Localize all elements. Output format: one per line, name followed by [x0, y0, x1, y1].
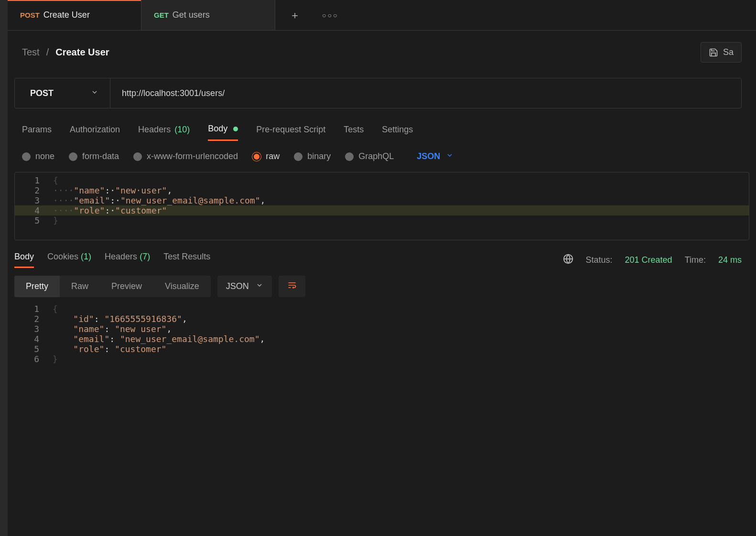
tab-label: Create User: [43, 10, 90, 20]
body-type-none[interactable]: none: [22, 151, 54, 161]
more-tabs-icon[interactable]: ○○○: [322, 11, 338, 19]
response-tab-cookies[interactable]: Cookies (1): [47, 252, 91, 268]
tab-prerequest[interactable]: Pre-request Script: [256, 124, 325, 141]
view-mode-preview[interactable]: Preview: [100, 276, 153, 297]
response-tab-headers[interactable]: Headers (7): [105, 252, 150, 268]
view-mode-raw[interactable]: Raw: [60, 276, 100, 297]
view-mode-visualize[interactable]: Visualize: [153, 276, 211, 297]
tab-label: Get users: [173, 10, 210, 20]
save-icon: [709, 48, 718, 57]
breadcrumb-request: Create User: [55, 47, 109, 58]
request-tab-create-user[interactable]: POST Create User: [8, 0, 141, 30]
body-type-raw[interactable]: raw: [252, 151, 280, 161]
response-tab-body[interactable]: Body: [14, 252, 34, 268]
save-label: Sa: [723, 47, 734, 57]
body-type-urlencoded[interactable]: x-www-form-urlencoded: [133, 151, 238, 161]
breadcrumb-collection[interactable]: Test: [22, 47, 40, 58]
tab-tests[interactable]: Tests: [344, 124, 364, 141]
cookies-count: (1): [81, 252, 91, 261]
word-wrap-button[interactable]: [279, 276, 305, 297]
left-rail: [0, 0, 8, 536]
url-input[interactable]: [110, 78, 741, 108]
globe-icon[interactable]: [563, 254, 573, 267]
headers-count: (10): [174, 125, 190, 135]
chevron-down-icon: [446, 151, 454, 161]
chevron-down-icon: [91, 88, 98, 98]
method-select[interactable]: POST: [15, 78, 110, 108]
tab-headers[interactable]: Headers (10): [138, 124, 190, 141]
time-value: 24 ms: [718, 255, 742, 265]
method-badge: POST: [20, 11, 40, 19]
view-mode-pretty[interactable]: Pretty: [14, 276, 60, 297]
headers-count: (7): [140, 252, 150, 261]
request-tab-get-users[interactable]: GET Get users: [141, 0, 275, 30]
save-button[interactable]: Sa: [701, 42, 742, 63]
body-type-graphql[interactable]: GraphQL: [345, 151, 394, 161]
modified-indicator-icon: [233, 127, 238, 131]
time-label: Time:: [685, 255, 706, 265]
body-language-select[interactable]: JSON: [417, 151, 454, 161]
method-value: POST: [30, 88, 54, 98]
breadcrumb-separator: /: [46, 47, 49, 58]
request-body-editor[interactable]: 1{ 2····"name":·"new·user", 3····"email"…: [14, 172, 749, 240]
response-language-select[interactable]: JSON: [217, 276, 272, 297]
tab-body[interactable]: Body: [208, 124, 238, 141]
status-label: Status:: [586, 255, 613, 265]
body-type-binary[interactable]: binary: [294, 151, 331, 161]
breadcrumb: Test / Create User: [22, 47, 109, 58]
tab-authorization[interactable]: Authorization: [70, 124, 120, 141]
tab-settings[interactable]: Settings: [382, 124, 413, 141]
method-badge: GET: [154, 11, 169, 19]
tab-params[interactable]: Params: [22, 124, 52, 141]
chevron-down-icon: [256, 281, 263, 291]
response-body-viewer[interactable]: 1{ 2 "id": "1665555916836", 3 "name": "n…: [14, 304, 749, 364]
response-tab-test-results[interactable]: Test Results: [163, 252, 210, 268]
request-tabs: POST Create User GET Get users ＋ ○○○: [8, 0, 756, 31]
body-type-form-data[interactable]: form-data: [69, 151, 119, 161]
new-tab-icon[interactable]: ＋: [290, 8, 300, 22]
status-value: 201 Created: [625, 255, 672, 265]
